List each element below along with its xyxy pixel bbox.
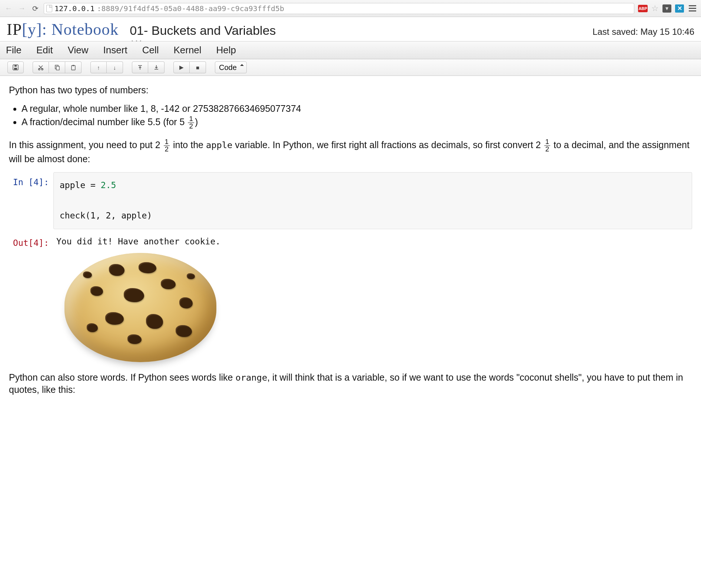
notebook-title[interactable]: 01- Buckets and Variables AM	[130, 23, 276, 41]
code-cell[interactable]: In [4]: apple = 2.5 check(1, 2, apple)	[9, 172, 692, 229]
svg-rect-1	[14, 68, 17, 70]
output-cell: Out[4]: You did it! Have another cookie.	[9, 233, 692, 371]
toolbar: ↑ ↓ ▶ ■ Code	[0, 59, 701, 76]
last-saved-label: Last saved: May 15 10:46	[592, 27, 694, 37]
arrow-up-icon: ↑	[97, 64, 100, 71]
browser-menu-button[interactable]	[688, 4, 697, 13]
cell-type-select-wrap: Code	[215, 61, 247, 73]
move-up-button[interactable]: ↑	[90, 61, 107, 73]
insert-below-button[interactable]	[148, 61, 165, 73]
menu-edit[interactable]: Edit	[36, 44, 53, 56]
fraction: 12	[164, 138, 170, 153]
notebook-header: IP[y]: Notebook 01- Buckets and Variable…	[0, 17, 701, 41]
run-button[interactable]: ▶	[173, 61, 190, 73]
cut-button[interactable]	[33, 61, 49, 73]
svg-rect-6	[56, 66, 59, 70]
forward-button[interactable]: →	[17, 4, 27, 13]
back-button[interactable]: ←	[4, 4, 13, 13]
move-down-button[interactable]: ↓	[107, 61, 123, 73]
url-host: 127.0.0.1	[54, 4, 94, 13]
pocket-extension-icon[interactable]: ▾	[662, 4, 671, 13]
copy-button[interactable]	[49, 61, 65, 73]
svg-rect-8	[72, 65, 74, 66]
cut-icon	[38, 64, 44, 70]
bookmark-star-icon[interactable]: ☆	[651, 4, 659, 13]
paste-button[interactable]	[65, 61, 82, 73]
browser-toolbar: ← → ⟳ 127.0.0.1:8889/91f4df45-05a0-4488-…	[0, 0, 701, 17]
abp-extension-icon[interactable]: ABP	[638, 5, 648, 12]
ipython-logo[interactable]: IP[y]: Notebook	[7, 20, 119, 39]
svg-rect-7	[72, 66, 75, 70]
input-prompt: In [4]:	[9, 172, 53, 229]
insert-above-button[interactable]	[132, 61, 148, 73]
save-button[interactable]	[7, 61, 24, 73]
menu-cell[interactable]: Cell	[142, 44, 159, 56]
fraction: 12	[544, 138, 550, 153]
output-area: You did it! Have another cookie.	[53, 233, 692, 371]
menu-help[interactable]: Help	[216, 44, 236, 56]
menu-kernel[interactable]: Kernel	[173, 44, 201, 56]
url-path: :8889/91f4df45-05a0-4488-aa99-c9ca93fffd…	[97, 4, 284, 13]
page-icon	[46, 5, 52, 12]
reload-button[interactable]: ⟳	[30, 4, 40, 13]
menu-insert[interactable]: Insert	[103, 44, 127, 56]
stop-icon: ■	[196, 64, 199, 71]
svg-rect-2	[14, 65, 17, 67]
markdown-paragraph: Python can also store words. If Python s…	[9, 371, 692, 397]
address-bar[interactable]: 127.0.0.1:8889/91f4df45-05a0-4488-aa99-c…	[44, 3, 634, 14]
paste-icon	[70, 64, 76, 70]
notebook-body: Python has two types of numbers: A regul…	[0, 76, 701, 411]
play-icon: ▶	[179, 64, 184, 71]
list-item: A fraction/decimal number like 5.5 (for …	[21, 116, 692, 130]
output-prompt: Out[4]:	[9, 233, 53, 371]
code-input[interactable]: apple = 2.5 check(1, 2, apple)	[53, 172, 692, 229]
menu-file[interactable]: File	[6, 44, 21, 56]
copy-icon	[54, 64, 60, 70]
interrupt-button[interactable]: ■	[190, 61, 206, 73]
cell-type-select[interactable]: Code	[215, 61, 247, 73]
extension-icon[interactable]: ✕	[675, 4, 684, 13]
insert-below-icon	[154, 64, 159, 70]
menu-view[interactable]: View	[68, 44, 89, 56]
cookie-image	[53, 249, 227, 371]
markdown-paragraph: Python has two types of numbers:	[9, 84, 692, 97]
arrow-down-icon: ↓	[113, 64, 116, 71]
fraction: 12	[188, 116, 194, 130]
menubar: File Edit View Insert Cell Kernel Help	[0, 41, 701, 59]
markdown-paragraph: In this assignment, you need to put 2 12…	[9, 138, 692, 165]
list-item: A regular, whole number like 1, 8, -142 …	[21, 103, 692, 114]
output-text: You did it! Have another cookie.	[53, 233, 692, 248]
markdown-list: A regular, whole number like 1, 8, -142 …	[21, 103, 692, 130]
save-icon	[13, 64, 19, 70]
insert-above-icon	[137, 64, 143, 70]
